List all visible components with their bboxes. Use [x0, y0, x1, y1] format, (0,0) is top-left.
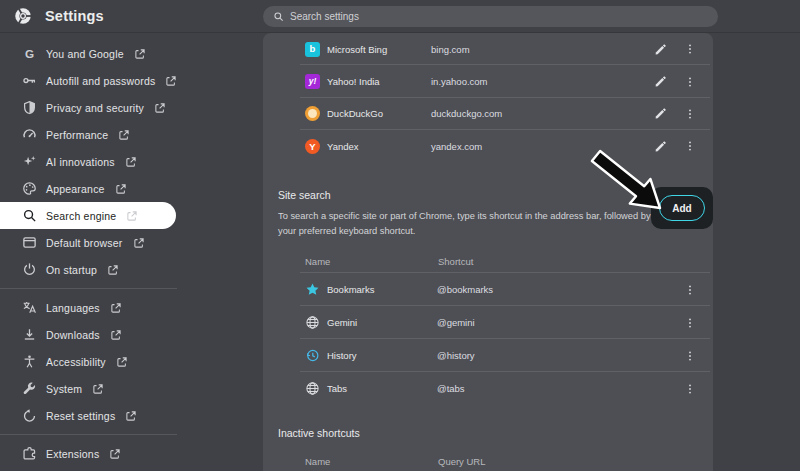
shield-icon [21, 100, 37, 116]
external-link-icon [92, 383, 104, 395]
history-clock-icon [305, 348, 320, 363]
kebab-menu-icon[interactable] [682, 41, 698, 57]
search-engine-row-microsoft-bing: b Microsoft Bing bing.com [263, 33, 713, 65]
search-engine-row-yandex: Y Yandex yandex.com [263, 130, 713, 162]
sidebar-item-downloads[interactable]: Downloads [0, 321, 240, 348]
external-link-icon [110, 329, 122, 341]
external-link-icon [118, 129, 130, 141]
globe-icon [305, 381, 320, 396]
kebab-menu-icon[interactable] [682, 138, 698, 154]
reset-icon [21, 408, 37, 424]
chrome-logo-icon [14, 7, 32, 25]
sidebar-item-ai-innovations[interactable]: AI innovations [0, 148, 240, 175]
wrench-icon [21, 381, 37, 397]
sidebar-item-system[interactable]: System [0, 375, 240, 402]
inactive-table-header: Name Query URL [263, 449, 713, 471]
magnifier-icon [21, 208, 37, 224]
download-icon [21, 327, 37, 343]
extensions-icon [21, 446, 37, 462]
edit-pencil-icon[interactable] [652, 106, 668, 122]
svg-text:G: G [24, 47, 33, 60]
site-search-row-history: History @history [263, 339, 713, 372]
add-site-search-button[interactable]: Add [659, 195, 705, 221]
palette-icon [21, 181, 37, 197]
browser-window-icon [21, 235, 37, 251]
external-link-icon [110, 302, 122, 314]
column-header-shortcut: Shortcut [438, 256, 698, 267]
bing-icon: b [305, 42, 320, 57]
kebab-menu-icon[interactable] [682, 348, 698, 364]
site-search-row-tabs: Tabs @tabs [263, 372, 713, 405]
site-search-table: Name Shortcut Bookmarks @bookmarks Gemin… [263, 249, 713, 405]
add-button-highlight: Add [651, 187, 713, 229]
edit-pencil-icon[interactable] [652, 74, 668, 90]
external-link-icon [116, 356, 128, 368]
yahoo-icon: y! [305, 74, 320, 89]
external-link-icon [165, 75, 177, 87]
sidebar-item-accessibility[interactable]: Accessibility [0, 348, 240, 375]
power-icon [21, 262, 37, 278]
search-engine-settings-card: b Microsoft Bing bing.com y! Yahoo! Indi… [263, 33, 713, 471]
sidebar-item-performance[interactable]: Performance [0, 121, 240, 148]
search-settings-input[interactable] [290, 11, 708, 22]
kebab-menu-icon[interactable] [682, 106, 698, 122]
site-search-heading: Site search [278, 188, 331, 202]
external-link-icon [107, 264, 119, 276]
sidebar-item-extensions[interactable]: Extensions [0, 440, 240, 467]
column-header-query-url: Query URL [438, 456, 698, 467]
sidebar-item-privacy-and-security[interactable]: Privacy and security [0, 94, 240, 121]
search-engines-list: b Microsoft Bing bing.com y! Yahoo! Indi… [263, 33, 713, 163]
external-link-icon [125, 156, 137, 168]
sidebar-item-autofill-and-passwords[interactable]: Autofill and passwords [0, 67, 240, 94]
duckduckgo-icon [305, 106, 320, 121]
external-link-icon [109, 448, 121, 460]
kebab-menu-icon[interactable] [682, 381, 698, 397]
table-header: Name Shortcut [263, 249, 713, 273]
sidebar-item-default-browser[interactable]: Default browser [0, 229, 240, 256]
translate-icon [21, 300, 37, 316]
external-link-icon [115, 183, 127, 195]
sidebar-item-appearance[interactable]: Appearance [0, 175, 240, 202]
inactive-shortcuts-heading: Inactive shortcuts [278, 426, 360, 440]
yandex-icon: Y [305, 139, 320, 154]
key-icon [21, 73, 37, 89]
site-search-description: To search a specific site or part of Chr… [278, 209, 658, 239]
google-g-icon: G [21, 46, 37, 62]
kebab-menu-icon[interactable] [682, 315, 698, 331]
site-search-row-gemini: Gemini @gemini [263, 306, 713, 339]
external-link-icon [126, 210, 138, 222]
accessibility-icon [21, 354, 37, 370]
edit-pencil-icon[interactable] [652, 138, 668, 154]
external-link-icon [125, 410, 137, 422]
bookmarks-star-icon [305, 282, 320, 297]
site-search-rows: Bookmarks @bookmarks Gemini @gemini Hist… [263, 273, 713, 405]
sidebar-item-on-startup[interactable]: On startup [0, 256, 240, 283]
sparkle-icon [21, 154, 37, 170]
edit-pencil-icon[interactable] [652, 41, 668, 57]
external-link-icon [154, 102, 166, 114]
sidebar-divider [0, 288, 177, 289]
settings-search-bar[interactable] [263, 6, 718, 27]
speedometer-icon [21, 127, 37, 143]
column-header-name: Name [305, 256, 438, 267]
globe-icon [305, 315, 320, 330]
search-engine-row-yahoo-india: y! Yahoo! India in.yahoo.com [263, 65, 713, 97]
external-link-icon [134, 48, 146, 60]
search-engine-row-duckduckgo: DuckDuckGo duckduckgo.com [263, 98, 713, 130]
kebab-menu-icon[interactable] [682, 74, 698, 90]
external-link-icon [133, 237, 145, 249]
sidebar-item-reset-settings[interactable]: Reset settings [0, 402, 240, 429]
column-header-name: Name [305, 456, 438, 467]
sidebar: G You and Google Autofill and passwords … [0, 33, 240, 471]
page-title: Settings [45, 8, 104, 24]
sidebar-item-languages[interactable]: Languages [0, 294, 240, 321]
site-search-row-bookmarks: Bookmarks @bookmarks [263, 273, 713, 306]
sidebar-item-search-engine[interactable]: Search engine [0, 202, 176, 229]
kebab-menu-icon[interactable] [682, 282, 698, 298]
sidebar-item-you-and-google[interactable]: G You and Google [0, 40, 240, 67]
search-icon [273, 11, 284, 22]
sidebar-divider [0, 434, 177, 435]
